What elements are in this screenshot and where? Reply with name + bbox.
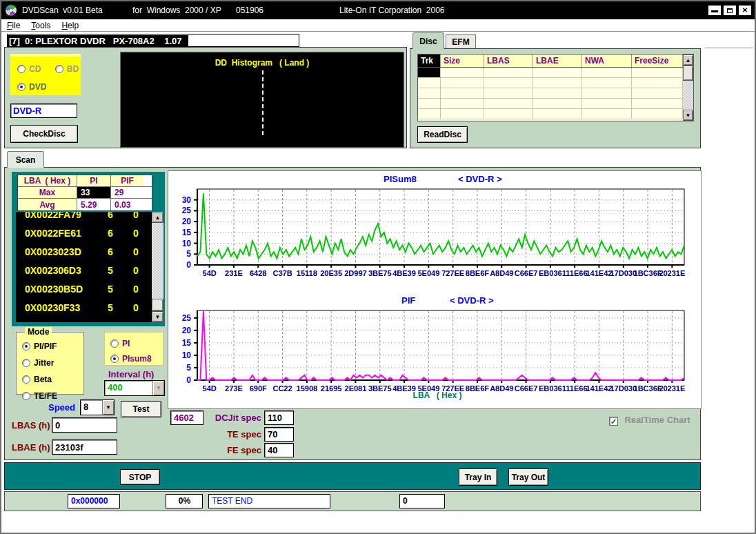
interval-combo[interactable]: 400 ▼ <box>104 380 165 396</box>
track-table-scrollbar[interactable]: ▲ ▼ <box>683 55 693 121</box>
tray-out-button[interactable]: Tray Out <box>508 468 548 486</box>
tab-efm[interactable]: EFM <box>446 34 476 49</box>
lbas-input[interactable]: 0 <box>52 417 117 433</box>
table-row[interactable] <box>418 68 683 78</box>
mode-option-label: Beta <box>34 375 52 384</box>
svg-text:1BC36F: 1BC36F <box>634 269 662 277</box>
close-icon[interactable]: ✕ <box>738 5 752 16</box>
svg-text:17D030: 17D030 <box>610 384 637 393</box>
disc-type-field[interactable]: DVD-R <box>10 103 77 118</box>
title-bar: DVDScan v0.01 Beta for Windows 2000 / XP… <box>1 1 755 19</box>
stats-avg-pi: 5.29 <box>77 199 111 210</box>
drive-selector[interactable]: [7] 0: PLEXTOR DVDR PX-708A2 1.07 <box>7 34 299 47</box>
disc-panel: Trk Size LBAS LBAE NWA FreeSize <box>410 48 701 148</box>
speed-combo[interactable]: 8 ▼ <box>80 399 115 415</box>
hex-list-scrollbar[interactable]: ▲ ▼ <box>152 212 163 322</box>
scroll-down-icon[interactable]: ▼ <box>152 311 163 322</box>
table-row[interactable] <box>418 78 683 88</box>
svg-text:273E: 273E <box>225 384 243 393</box>
svg-text:EB036: EB036 <box>539 384 562 393</box>
table-row[interactable] <box>418 109 683 119</box>
radio-tefe[interactable] <box>22 392 30 400</box>
menu-file[interactable]: File <box>1 20 26 31</box>
mode-option-label: TE/FE <box>34 391 57 401</box>
realtime-chart-checkbox[interactable]: ✓ <box>609 417 618 426</box>
read-disc-button[interactable]: ReadDisc <box>417 126 468 143</box>
scrollbar-thumb[interactable] <box>152 299 163 311</box>
te-spec-input[interactable]: 70 <box>264 427 294 442</box>
interval-label: Interval (h) <box>108 369 154 379</box>
scan-panel: LBA ( Hex ) PI PIF Max 33 29 Avg 5.29 0.… <box>4 167 701 460</box>
svg-text:15118: 15118 <box>297 269 317 277</box>
title-build: 051906 <box>236 6 339 15</box>
col-lbae: LBAE <box>533 55 582 67</box>
list-item[interactable]: 0X0022FA7960 <box>16 212 139 224</box>
scroll-down-icon[interactable]: ▼ <box>683 110 693 121</box>
mode-groupbox: Mode PI/PIF Jitter Beta TE/FE <box>16 332 84 395</box>
track-table: Trk Size LBAS LBAE NWA FreeSize <box>417 54 694 121</box>
radio-bd[interactable] <box>55 65 63 73</box>
stop-button[interactable]: STOP <box>120 469 160 485</box>
stats-col-pi: PI <box>77 175 111 186</box>
svg-text:25: 25 <box>182 206 192 215</box>
pisum8-chart-subtitle: < DVD-R > <box>458 174 502 184</box>
minimize-icon[interactable]: ▬ <box>708 5 722 16</box>
test-button[interactable]: Test <box>121 401 161 417</box>
svg-text:21695: 21695 <box>321 384 342 393</box>
menu-bar: File Tools Help <box>1 19 755 32</box>
list-item[interactable]: 0X00230B5D50 <box>16 280 139 299</box>
chevron-down-icon[interactable]: ▼ <box>152 381 164 395</box>
speed-label: Speed <box>48 402 75 413</box>
app-window: DVDScan v0.01 Beta for Windows 2000 / XP… <box>0 0 756 534</box>
svg-text:6428: 6428 <box>250 269 266 277</box>
chart-panel: PISum8 < DVD-R > 05101520253054D231E6428… <box>168 170 702 409</box>
scrollbar-thumb[interactable] <box>683 66 693 81</box>
menu-tools[interactable]: Tools <box>26 20 56 31</box>
table-row[interactable] <box>418 99 683 109</box>
svg-text:5: 5 <box>186 249 191 259</box>
pi-option-label: PI <box>122 339 130 348</box>
svg-text:C66E7: C66E7 <box>515 384 538 393</box>
stats-col-lba: LBA ( Hex ) <box>18 175 77 186</box>
scroll-up-icon[interactable]: ▲ <box>152 212 163 223</box>
list-item[interactable]: 0X00230F3350 <box>16 299 139 317</box>
speed-value: 8 <box>81 400 102 415</box>
radio-dvd[interactable] <box>17 83 26 91</box>
radio-beta[interactable] <box>22 375 30 384</box>
chevron-down-icon[interactable]: ▼ <box>102 400 114 415</box>
check-disc-button[interactable]: CheckDisc <box>10 125 78 143</box>
pi-select-box: PI PIsum8 <box>104 332 163 366</box>
lbae-input[interactable]: 23103f <box>52 439 117 455</box>
radio-pisum8[interactable] <box>110 355 119 363</box>
realtime-chart-label: RealTime Chart <box>624 415 690 425</box>
drive-selected-text: [7] 0: PLEXTOR DVDR PX-708A2 1.07 <box>8 35 188 47</box>
svg-text:0: 0 <box>186 260 191 270</box>
tab-disc[interactable]: Disc <box>412 32 444 49</box>
scroll-up-icon[interactable]: ▲ <box>683 55 693 66</box>
fe-spec-label: FE spec <box>209 445 261 455</box>
radio-cd[interactable] <box>17 65 26 73</box>
dd-histogram-panel: DD Histogram ( Land ) <box>120 52 404 148</box>
dcjit-spec-input[interactable]: 110 <box>264 411 294 425</box>
svg-text:C37B: C37B <box>272 269 292 277</box>
pisum8-chart: 05101520253054D231E6428C37B1511820E352D9… <box>168 184 701 288</box>
list-item[interactable]: 0X0023023D60 <box>16 243 139 261</box>
tab-scan[interactable]: Scan <box>7 151 44 168</box>
radio-pi-pif[interactable] <box>22 342 30 350</box>
list-item[interactable]: 0X0022FE6160 <box>16 224 139 243</box>
stats-max-pi: 33 <box>77 187 111 198</box>
radio-pi[interactable] <box>110 339 119 348</box>
error-hex-list[interactable]: 0X0022FA7960 0X0022FE6160 0X0023023D60 0… <box>16 212 159 322</box>
pif-chart: 051015202554D273E690FCC2215908216952E081… <box>168 293 701 396</box>
svg-text:727EE: 727EE <box>441 269 464 277</box>
tray-in-button[interactable]: Tray In <box>459 468 497 486</box>
pisum8-chart-title: PISum8 <box>384 174 417 184</box>
menu-help[interactable]: Help <box>56 20 84 31</box>
radio-jitter[interactable] <box>22 359 30 367</box>
status-message-field: TEST END <box>208 494 330 508</box>
list-item[interactable]: 0X002306D350 <box>16 261 139 280</box>
maximize-icon[interactable] <box>723 5 737 16</box>
fe-spec-input[interactable]: 40 <box>264 443 294 457</box>
table-row[interactable] <box>418 88 683 99</box>
col-trk: Trk <box>418 55 441 67</box>
